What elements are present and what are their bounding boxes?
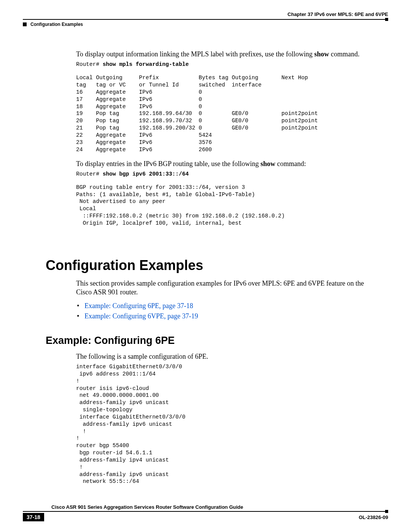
footer: Cisco ASR 901 Series Aggregation Service… — [23, 504, 388, 521]
heading-configuration-examples: Configuration Examples — [46, 257, 388, 273]
page-number: 37-18 — [23, 513, 44, 521]
section-label: Configuration Examples — [30, 22, 83, 27]
subheader-block-icon — [23, 22, 27, 26]
link-list: Example: Configuring 6PE, page 37-18 Exa… — [76, 301, 373, 321]
chapter-label: Chapter 37 IPv6 over MPLS: 6PE and 6VPE — [288, 11, 388, 17]
doc-id: OL-23826-09 — [359, 514, 388, 520]
bgp-output: BGP routing table entry for 2001:33::/64… — [76, 184, 373, 227]
page: Chapter 37 IPv6 over MPLS: 6PE and 6VPE … — [0, 0, 411, 532]
link-example-6vpe[interactable]: Example: Configuring 6VPE, page 37-19 — [84, 312, 198, 320]
command-line: Router# show bgp ipv6 2001:33::/64 — [76, 171, 373, 178]
config-output: interface GigabitEthernet0/3/0/0 ipv6 ad… — [76, 363, 373, 485]
header-chapter: Chapter 37 IPv6 over MPLS: 6PE and 6VPE — [23, 11, 388, 19]
command-line: Router# show mpls forwarding-table — [76, 61, 373, 68]
link-example-6pe[interactable]: Example: Configuring 6PE, page 37-18 — [84, 302, 193, 310]
header-block-icon — [385, 18, 388, 21]
content: This section provides sample configurati… — [76, 279, 373, 321]
paragraph: The following is a sample configuration … — [76, 352, 373, 361]
content: To display output information linking th… — [76, 50, 373, 227]
header-rule — [23, 19, 388, 20]
footer-rule — [23, 511, 388, 512]
paragraph: To display entries in the IPv6 BGP routi… — [76, 160, 373, 168]
list-item: Example: Configuring 6VPE, page 37-19 — [76, 311, 373, 321]
table-output: Local Outgoing Prefix Bytes tag Outgoing… — [76, 74, 373, 153]
footer-block-icon — [385, 510, 388, 513]
paragraph: This section provides sample configurati… — [76, 279, 373, 297]
list-item: Example: Configuring 6PE, page 37-18 — [76, 301, 373, 311]
heading-example-6pe: Example: Configuring 6PE — [46, 335, 388, 347]
footer-title: Cisco ASR 901 Series Aggregation Service… — [51, 504, 243, 510]
content: The following is a sample configuration … — [76, 352, 373, 486]
paragraph: To display output information linking th… — [76, 50, 373, 59]
subheader: Configuration Examples — [23, 22, 388, 27]
